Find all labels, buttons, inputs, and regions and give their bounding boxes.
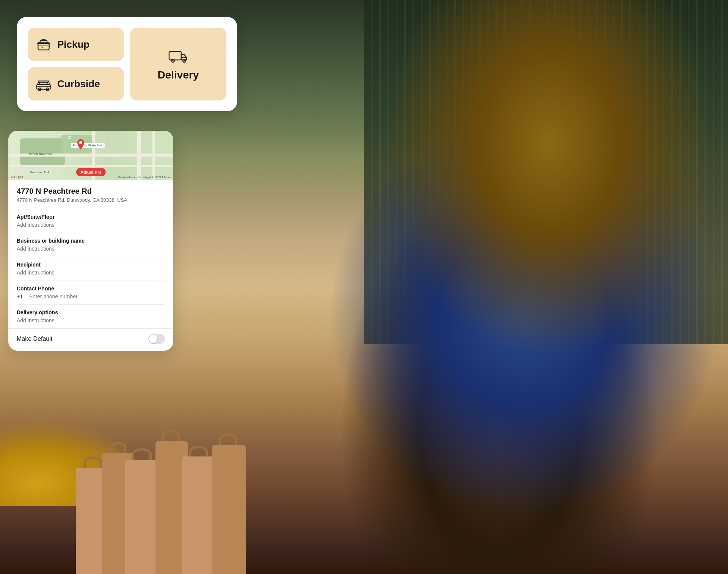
apt-field: Apt/Suite/Floor [17, 209, 165, 233]
svg-point-11 [39, 89, 41, 90]
address-main: 4770 N Peachtree Rd [17, 187, 165, 196]
phone-input[interactable] [29, 293, 165, 300]
pickup-button[interactable]: Pickup [28, 28, 124, 61]
road-v3 [152, 131, 155, 180]
make-default-toggle[interactable] [148, 334, 165, 344]
delivery-label: Delivery [158, 69, 199, 81]
google-watermark: Google [11, 175, 23, 179]
svg-point-5 [173, 60, 174, 61]
delivery-options-field: Delivery options [17, 304, 165, 328]
road-h2 [8, 165, 173, 167]
phone-field: Contact Phone +1 [17, 281, 165, 304]
map-credits: Keyboard shortcuts · Map data ©2024 Term… [118, 176, 171, 179]
phone-label: Contact Phone [17, 285, 165, 292]
brook-run-label: Brook Run Park [27, 152, 54, 157]
building-label: Business or building name [17, 238, 165, 244]
svg-point-15 [79, 141, 82, 144]
recipient-input[interactable] [17, 270, 165, 276]
recipient-field: Recipient [17, 257, 165, 281]
phone-row: +1 [17, 293, 165, 300]
address-content: 4770 N Peachtree Rd 4770 N Peachtree Rd,… [8, 180, 173, 328]
adjust-pin-button[interactable]: Adjust Pin [76, 168, 105, 176]
apt-label: Apt/Suite/Floor [17, 214, 165, 220]
apt-input[interactable] [17, 222, 165, 228]
car-icon [35, 75, 52, 92]
curbside-button[interactable]: Curbside [28, 67, 124, 100]
recipient-label: Recipient [17, 262, 165, 268]
make-default-row: Make Default [8, 328, 173, 351]
delivery-options-label: Delivery options [17, 309, 165, 315]
map-area: Brook Run Skate Park Brook Run Park Peac… [8, 131, 173, 180]
svg-rect-1 [42, 47, 43, 48]
map-background: Brook Run Skate Park Brook Run Park Peac… [8, 131, 173, 180]
address-card: Brook Run Skate Park Brook Run Park Peac… [8, 131, 173, 351]
building-field: Business or building name [17, 233, 165, 257]
svg-rect-3 [169, 52, 181, 60]
address-sub: 4770 N Peachtree Rd, Dunwoody, GA 30338,… [17, 197, 165, 203]
order-type-card: Pickup Delivery [17, 17, 237, 111]
street-label: Peachtree Midd... [30, 171, 53, 174]
phone-prefix: +1 [17, 293, 23, 300]
phone-divider [26, 293, 26, 300]
make-default-label: Make Default [17, 336, 52, 342]
building-input[interactable] [17, 246, 165, 252]
svg-point-13 [47, 89, 48, 90]
pickup-label: Pickup [57, 39, 89, 50]
curbside-label: Curbside [57, 78, 100, 90]
pot-icon [35, 36, 52, 53]
delivery-truck-icon [168, 47, 189, 65]
location-pin [77, 139, 85, 151]
road-v2 [137, 131, 141, 180]
order-type-grid: Pickup Delivery [28, 28, 226, 100]
paper-bags-decoration [76, 430, 341, 574]
delivery-button[interactable]: Delivery [130, 28, 226, 100]
delivery-options-input[interactable] [17, 317, 165, 323]
green-dot-pin [68, 136, 71, 139]
skate-park-label: Brook Run Skate Park [71, 143, 105, 148]
svg-point-7 [184, 60, 185, 61]
